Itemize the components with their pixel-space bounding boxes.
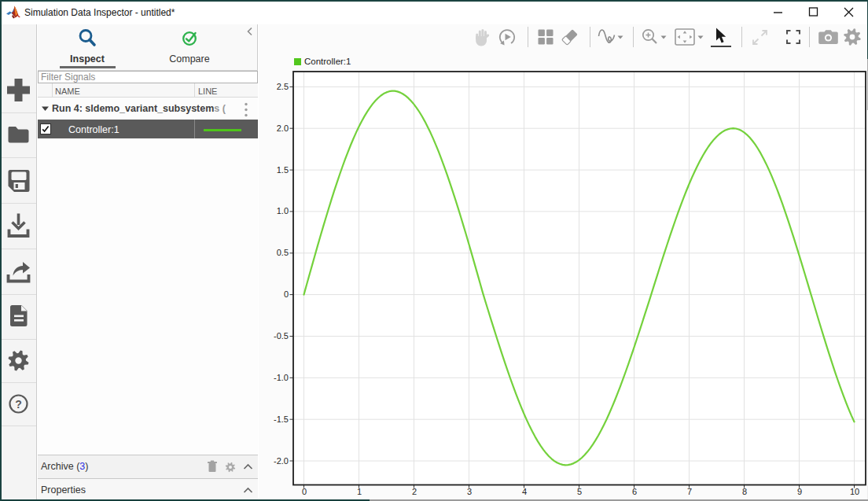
svg-text:?: ? <box>15 398 22 411</box>
